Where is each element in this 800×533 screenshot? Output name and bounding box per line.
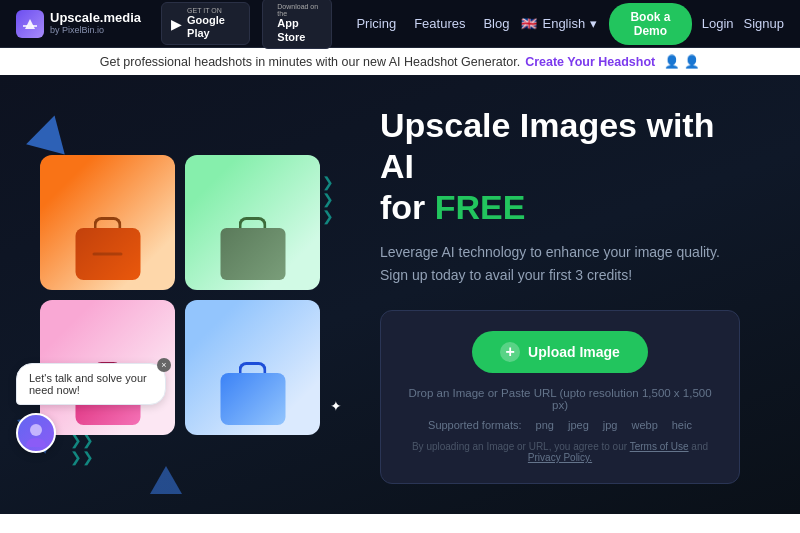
format-jpg: jpg: [603, 419, 618, 431]
upload-image-button[interactable]: + Upload Image: [472, 331, 648, 373]
book-demo-button[interactable]: Book a Demo: [609, 3, 692, 45]
app-store-button[interactable]: Download on the App Store: [262, 0, 332, 49]
app-store-top-label: Download on the: [277, 3, 322, 17]
format-jpeg: jpeg: [568, 419, 589, 431]
chat-widget: Let's talk and solve your need now! ×: [16, 363, 166, 453]
logo-sub-text: by PixelBin.io: [50, 26, 141, 36]
drop-text: Drop an Image or Paste URL (upto resolut…: [405, 387, 715, 411]
terms-prefix: By uploading an Image or URL, you agree …: [412, 441, 630, 452]
logo-icon: [16, 10, 44, 38]
format-webp: webp: [631, 419, 657, 431]
app-store-main-label: App Store: [277, 17, 322, 43]
hero-title-line2: for: [380, 188, 435, 226]
hero-title: Upscale Images with AI for FREE: [380, 105, 740, 227]
svg-point-0: [30, 424, 42, 436]
bottom-section: The Ultimate Image Upscaler Tool: [0, 514, 800, 533]
hero-image-1: [40, 155, 175, 290]
upload-btn-label: Upload Image: [528, 344, 620, 360]
navbar: Upscale.media by PixelBin.io ▶ GET IT ON…: [0, 0, 800, 48]
google-play-top-label: GET IT ON: [187, 7, 240, 14]
person-icon-1: 👤: [664, 54, 680, 69]
nav-pricing[interactable]: Pricing: [356, 16, 396, 31]
flag-icon: 🇬🇧: [521, 16, 537, 31]
chat-close-button[interactable]: ×: [157, 358, 171, 372]
chat-bubble: Let's talk and solve your need now! ×: [16, 363, 166, 405]
nav-features[interactable]: Features: [414, 16, 465, 31]
upload-box: + Upload Image Drop an Image or Paste UR…: [380, 310, 740, 484]
person-icon-2: 👤: [684, 54, 700, 69]
announcement-icons: 👤 👤: [664, 54, 700, 69]
plus-icon: +: [500, 342, 520, 362]
terms-text: By uploading an Image or URL, you agree …: [405, 441, 715, 463]
chat-avatar[interactable]: [16, 413, 56, 453]
signup-button[interactable]: Signup: [744, 16, 784, 31]
hero-content: Upscale Images with AI for FREE Leverage…: [380, 105, 740, 484]
format-heic: heic: [672, 419, 692, 431]
logo-main-text: Upscale.media: [50, 11, 141, 25]
bag-image-1: [75, 228, 140, 280]
announcement-cta[interactable]: Create Your Headshot: [525, 55, 655, 69]
formats-row: Supported formats: png jpeg jpg webp hei…: [405, 419, 715, 431]
privacy-policy-link[interactable]: Privacy Policy.: [528, 452, 592, 463]
deco-star-right: ✦: [330, 398, 342, 414]
deco-triangle-br: [150, 466, 182, 494]
nav-links: Pricing Features Blog: [356, 16, 509, 31]
hero-subtitle: Leverage AI technology to enhance your i…: [380, 241, 720, 286]
terms-and: and: [689, 441, 708, 452]
announcement-bar: Get professional headshots in minutes wi…: [0, 48, 800, 75]
hero-image-2: [185, 155, 320, 290]
formats-label: Supported formats:: [428, 419, 522, 431]
terms-of-use-link[interactable]: Terms of Use: [630, 441, 689, 452]
nav-blog[interactable]: Blog: [483, 16, 509, 31]
hero-title-line1: Upscale Images with AI: [380, 106, 714, 185]
logo[interactable]: Upscale.media by PixelBin.io: [16, 10, 141, 38]
nav-actions: Book a Demo Login Signup: [609, 3, 784, 45]
language-selector[interactable]: 🇬🇧 English ▾: [521, 16, 597, 31]
svg-point-1: [26, 438, 46, 447]
login-button[interactable]: Login: [702, 16, 734, 31]
google-play-icon: ▶: [171, 16, 182, 32]
deco-triangle-tl: [26, 110, 74, 154]
chat-bubble-text: Let's talk and solve your need now!: [29, 372, 147, 396]
bag-image-2: [220, 228, 285, 280]
google-play-main-label: Google Play: [187, 14, 240, 40]
language-label: English: [542, 16, 585, 31]
chevron-down-icon: ▾: [590, 16, 597, 31]
google-play-button[interactable]: ▶ GET IT ON Google Play: [161, 2, 250, 45]
bag-image-4: [220, 373, 285, 425]
format-png: png: [536, 419, 554, 431]
announcement-text: Get professional headshots in minutes wi…: [100, 55, 520, 69]
hero-title-free: FREE: [435, 188, 526, 226]
hero-image-4: [185, 300, 320, 435]
